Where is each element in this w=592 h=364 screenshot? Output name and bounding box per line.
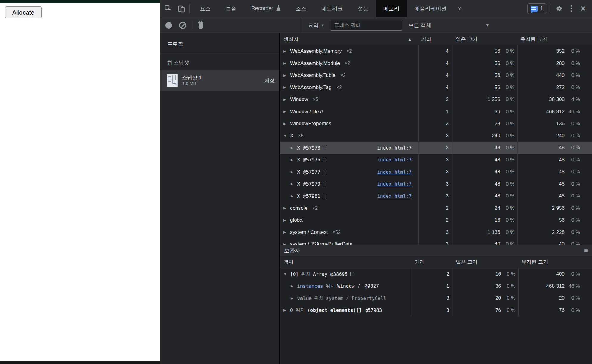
expand-icon[interactable] [291, 182, 295, 186]
expand-icon[interactable] [283, 218, 288, 222]
missing-glyph-icon [323, 170, 326, 174]
allocate-button[interactable]: Allocate [5, 6, 42, 18]
settings-gear-icon[interactable] [553, 3, 565, 15]
source-link[interactable]: index.html:7 [377, 181, 412, 187]
edge-name: [0] [290, 271, 299, 277]
table-row[interactable]: WebAssembly.Table×2 4 560 % 4400 % [280, 69, 592, 82]
expand-icon[interactable] [283, 122, 288, 126]
expand-icon[interactable] [291, 296, 295, 300]
column-header-distance[interactable]: 거리 [412, 259, 453, 265]
retainer-row[interactable]: value위치system / PropertyCell 3 200 % 200… [280, 292, 592, 304]
tab-elements[interactable]: 요소 [193, 0, 218, 17]
object-name: Window / [337, 283, 360, 289]
table-row-clipped[interactable]: system / JSArrayBufferData 3 400 % 400 % [280, 238, 592, 245]
expand-icon[interactable] [283, 110, 288, 113]
table-row[interactable]: X@57977index.html:7 3 480 % 480 % [280, 166, 592, 178]
distance-value: 2 [418, 217, 453, 223]
table-row[interactable]: X@57981index.html:7 3 480 % 480 % [280, 190, 592, 202]
toolbar-separator [189, 4, 190, 13]
device-toolbar-icon[interactable] [176, 4, 186, 14]
source-link[interactable]: index.html:7 [377, 145, 412, 151]
tab-recorder[interactable]: Recorder [244, 0, 288, 17]
toolbar-separator [192, 21, 192, 30]
retainer-row[interactable]: [0]위치Array@38695 2 160 % 4000 % [280, 268, 592, 280]
shallow-size: 48 [495, 181, 500, 187]
snapshot-save-link[interactable]: 저장 [264, 77, 275, 84]
retained-percent: 0 % [565, 307, 584, 313]
tab-memory[interactable]: 메모리 [376, 0, 407, 17]
class-filter-input[interactable] [331, 20, 402, 31]
more-tabs-button[interactable]: » [454, 5, 465, 13]
expand-icon[interactable] [283, 206, 288, 210]
shallow-size: 56 [495, 60, 500, 66]
perspective-select[interactable]: 요약 ▼ [308, 22, 324, 29]
table-row[interactable]: global 2 160 % 560 % [280, 214, 592, 226]
all-objects-select[interactable]: 모든 객체 ▼ [408, 22, 498, 29]
table-row[interactable]: system / Context×52 3 1 1360 % 2 2280 % [280, 226, 592, 239]
retainer-row[interactable]: 0위치(object elements)[]@57983 3 760 % 760… [280, 304, 592, 317]
missing-glyph-icon [323, 182, 326, 186]
tab-network[interactable]: 네트워크 [314, 0, 350, 17]
table-row[interactable]: X@57975index.html:7 3 480 % 480 % [280, 154, 592, 166]
table-row-selected[interactable]: X@57973index.html:7 3 480 % 480 % [280, 142, 592, 154]
issues-counter-button[interactable]: 1 [527, 3, 546, 14]
delete-snapshot-trash-icon[interactable] [197, 22, 204, 29]
expand-icon[interactable] [283, 61, 288, 65]
table-row[interactable]: WindowProperties 3 280 % 1360 % [280, 118, 592, 130]
take-snapshot-record-icon[interactable] [165, 22, 172, 29]
source-link[interactable]: index.html:7 [377, 193, 412, 199]
tab-performance[interactable]: 성능 [350, 0, 376, 17]
tab-console[interactable]: 콘솔 [218, 0, 244, 17]
table-row[interactable]: WebAssembly.Memory×2 4 560 % 3520 % [280, 45, 592, 57]
column-header-retained-size[interactable]: 유지된 크기 [517, 36, 592, 43]
collapse-icon[interactable] [283, 272, 288, 276]
source-link[interactable]: index.html:7 [377, 157, 412, 163]
column-header-constructor[interactable]: 생성자 ▲ [280, 33, 418, 45]
table-row[interactable]: WebAssembly.Module×2 4 560 % 2800 % [280, 57, 592, 70]
expand-icon[interactable] [283, 242, 288, 245]
close-devtools-icon[interactable]: ✕ [577, 3, 589, 15]
table-row[interactable]: Window×5 2 1 2560 % 38 3084 % [280, 94, 592, 106]
shallow-size: 16 [495, 217, 500, 223]
expand-icon[interactable] [291, 194, 295, 198]
tab-sources[interactable]: 소스 [288, 0, 314, 17]
retainers-header-row: 객체 거리 얕은 크기 유지된 크기 [280, 256, 592, 268]
browser-chrome-bottom-strip [0, 361, 160, 364]
column-header-distance[interactable]: 거리 [418, 36, 453, 43]
table-row[interactable]: X×5 3 2400 % 2400 % [280, 130, 592, 142]
table-row[interactable]: console×2 2 240 % 2 9560 % [280, 202, 592, 214]
shallow-size: 48 [495, 193, 500, 199]
collapse-icon[interactable] [283, 134, 288, 138]
expand-icon[interactable] [283, 230, 288, 234]
expand-icon[interactable] [283, 308, 288, 312]
column-header-shallow-size[interactable]: 얕은 크기 [453, 36, 517, 43]
kebab-menu-icon[interactable] [565, 3, 577, 15]
shallow-size: 28 [495, 121, 500, 127]
expand-icon[interactable] [283, 49, 288, 53]
clear-profiles-icon[interactable] [179, 22, 186, 29]
hamburger-menu-icon[interactable]: ≡ [584, 247, 588, 254]
expand-icon[interactable] [283, 85, 288, 89]
tab-application[interactable]: 애플리케이션 [407, 0, 454, 17]
expand-icon[interactable] [291, 170, 295, 174]
retained-size: 48 [559, 145, 565, 151]
instance-count: ×2 [345, 61, 350, 66]
shallow-size: 56 [495, 85, 500, 91]
shallow-size: 20 [495, 295, 501, 301]
column-header-shallow-size[interactable]: 얕은 크기 [453, 259, 518, 265]
table-row[interactable]: Window / file:// 1 360 % 468 31246 % [280, 106, 592, 118]
retainer-row[interactable]: instances위치Window /@9827 1 360 % 468 312… [280, 280, 592, 293]
expand-icon[interactable] [291, 284, 295, 288]
snapshot-item[interactable]: % 스냅샷 1 1.0 MB 저장 [160, 70, 279, 91]
inspect-element-icon[interactable] [163, 4, 173, 14]
source-link[interactable]: index.html:7 [377, 169, 412, 175]
table-row[interactable]: X@57979index.html:7 3 480 % 480 % [280, 178, 592, 190]
column-header-retained-size[interactable]: 유지된 크기 [518, 259, 592, 265]
table-row[interactable]: WebAssembly.Tag×2 4 560 % 2720 % [280, 82, 592, 94]
expand-icon[interactable] [291, 146, 295, 150]
expand-icon[interactable] [283, 74, 288, 77]
shallow-percent: 0 % [501, 295, 518, 301]
expand-icon[interactable] [291, 158, 295, 162]
column-header-object[interactable]: 객체 [280, 256, 412, 268]
expand-icon[interactable] [283, 98, 288, 102]
